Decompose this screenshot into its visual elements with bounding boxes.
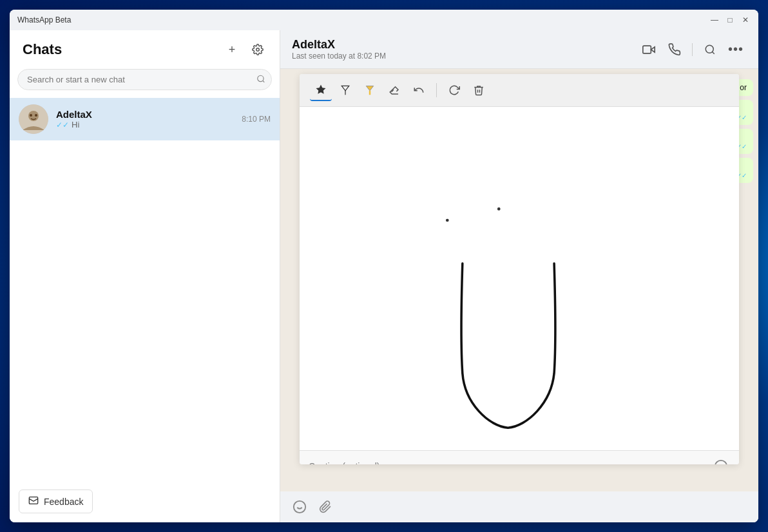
svg-point-17	[497, 207, 501, 211]
video-call-button[interactable]	[638, 39, 660, 61]
svg-point-5	[30, 114, 32, 117]
minimize-button[interactable]: —	[709, 15, 720, 25]
settings-button[interactable]	[249, 41, 267, 59]
drawing-canvas[interactable]	[300, 107, 739, 450]
search-bar	[17, 69, 272, 90]
search-icon	[256, 74, 265, 85]
chat-input-bar	[280, 491, 758, 522]
svg-line-11	[712, 52, 714, 53]
pen-tool-filled-button[interactable]	[310, 79, 332, 101]
app-title: WhatsApp Beta	[17, 15, 709, 24]
attach-button[interactable]	[315, 497, 336, 517]
header-divider	[692, 43, 693, 56]
title-bar: WhatsApp Beta — □ ✕	[10, 10, 758, 30]
svg-point-16	[446, 219, 449, 222]
main-layout: Chats +	[10, 30, 758, 522]
chat-preview: ✓✓ Hi	[56, 120, 234, 129]
app-window: WhatsApp Beta — □ ✕ Chats +	[10, 10, 758, 522]
search-button[interactable]	[699, 39, 721, 61]
svg-line-2	[263, 81, 265, 82]
drawing-toolbar	[300, 74, 739, 107]
svg-point-0	[256, 48, 260, 52]
feedback-icon	[28, 495, 39, 508]
svg-point-1	[258, 75, 264, 81]
chats-title: Chats	[23, 41, 223, 58]
maximize-button[interactable]: □	[725, 15, 735, 25]
svg-marker-8	[651, 46, 655, 52]
sidebar-actions: +	[223, 41, 267, 59]
svg-rect-9	[643, 46, 651, 53]
svg-rect-7	[29, 497, 37, 504]
chat-header-actions: •••	[638, 39, 747, 61]
contact-status: Last seen today at 8:02 PM	[292, 52, 630, 61]
svg-marker-12	[316, 85, 326, 94]
tick-icon: ✓✓	[56, 120, 69, 129]
drawing-overlay: +	[300, 74, 739, 464]
caption-emoji-button[interactable]	[712, 457, 730, 464]
chat-header-info: AdeltaX Last seen today at 8:02 PM	[292, 38, 630, 61]
feedback-button[interactable]: Feedback	[19, 489, 93, 513]
highlighter-button[interactable]	[359, 79, 381, 101]
pen-tool-outline-button[interactable]	[334, 79, 356, 101]
contact-name: AdeltaX	[292, 38, 630, 52]
eraser-button[interactable]	[383, 79, 405, 101]
svg-point-10	[706, 45, 713, 53]
feedback-label: Feedback	[44, 497, 83, 507]
emoji-input-button[interactable]	[289, 497, 310, 517]
chat-item[interactable]: AdeltaX ✓✓ Hi 8:10 PM	[10, 98, 280, 140]
preview-text: Hi	[72, 120, 79, 129]
chat-list: AdeltaX ✓✓ Hi 8:10 PM	[10, 98, 280, 484]
more-options-button[interactable]: •••	[725, 39, 747, 61]
caption-bar	[300, 450, 739, 464]
voice-call-button[interactable]	[664, 39, 686, 61]
chat-info: AdeltaX ✓✓ Hi	[56, 109, 234, 129]
sidebar-header: Chats +	[10, 30, 280, 66]
rotate-button[interactable]	[443, 79, 465, 101]
search-input[interactable]	[17, 69, 272, 90]
chat-area: AdeltaX Last seen today at 8:02 PM	[280, 30, 758, 522]
svg-point-23	[294, 501, 305, 513]
toolbar-divider	[436, 83, 437, 97]
new-chat-button[interactable]: +	[223, 41, 241, 59]
close-button[interactable]: ✕	[740, 15, 751, 25]
undo-button[interactable]	[408, 79, 430, 101]
chat-header: AdeltaX Last seen today at 8:02 PM	[280, 30, 758, 69]
window-controls: — □ ✕	[709, 15, 751, 25]
chat-time: 8:10 PM	[242, 115, 271, 124]
chat-name: AdeltaX	[56, 109, 234, 120]
delete-button[interactable]	[468, 79, 490, 101]
caption-input[interactable]	[309, 461, 707, 464]
sidebar: Chats +	[10, 30, 280, 522]
avatar	[19, 104, 48, 134]
svg-point-18	[715, 461, 727, 464]
svg-point-6	[35, 114, 37, 117]
